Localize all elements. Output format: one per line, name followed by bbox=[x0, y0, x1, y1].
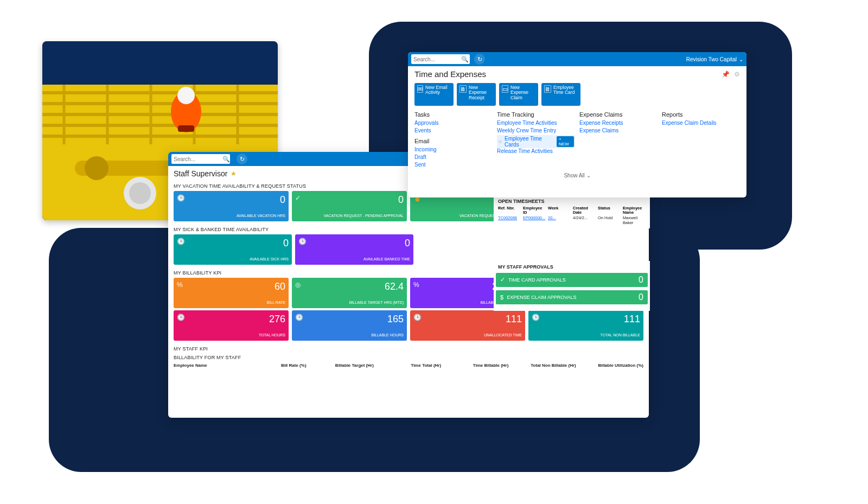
reports-column: Reports Expense Claim Details bbox=[662, 111, 740, 169]
tile-total-hours[interactable]: 🕒276TOTAL HOURS bbox=[174, 310, 289, 341]
dash-right-column: OPEN TIMESHEETS Ref. Nbr.Employee IDWeek… bbox=[494, 195, 650, 311]
tile-unallocated[interactable]: 🕒111UNALLOCATED TIME bbox=[410, 310, 525, 341]
col-header: Reports bbox=[662, 111, 740, 118]
gear-icon[interactable]: ⚙ bbox=[734, 71, 740, 78]
approval-expense[interactable]: $ EXPENSE CLAIM APPROVALS 0 bbox=[496, 290, 648, 304]
refresh-icon[interactable]: ↻ bbox=[237, 154, 247, 164]
dollar-icon: $ bbox=[500, 294, 503, 301]
col-header: Expense Claims bbox=[579, 111, 658, 118]
file-icon: 🗎 bbox=[459, 85, 467, 93]
tile-bill-rate[interactable]: %60BILL RATE bbox=[174, 278, 289, 308]
open-timesheets: OPEN TIMESHEETS Ref. Nbr.Employee IDWeek… bbox=[494, 195, 650, 228]
tile-billable-target[interactable]: ◎62.4BILLABLE TARGET HRS (MTD) bbox=[292, 278, 407, 308]
tasks-column: Tasks Approvals Events Email Incoming Dr… bbox=[414, 111, 493, 169]
percent-icon: % bbox=[413, 281, 419, 289]
target-icon: ◎ bbox=[295, 281, 301, 289]
file-icon: 🗎 bbox=[544, 85, 551, 93]
tile-available-vacation[interactable]: 🕒0AVAILABLE VACATION HRS bbox=[174, 191, 289, 221]
link-release-time[interactable]: Release Time Activities bbox=[497, 148, 575, 154]
section-staff-kpi: MY STAFF KPI bbox=[168, 343, 649, 354]
clock-icon: 🕒 bbox=[295, 314, 303, 321]
tile-banked-time[interactable]: 🕒0AVAILABLE BANKED TIME bbox=[295, 234, 413, 265]
dash-b-topbar: 🔍 ↻ Revision Two Capital ⌄ bbox=[408, 52, 746, 66]
company-selector[interactable]: Revision Two Capital ⌄ bbox=[686, 56, 743, 62]
clock-icon: 🕒 bbox=[298, 238, 307, 245]
ts-row[interactable]: TC002088 EP000000... 20... 4/24/2... On … bbox=[498, 215, 646, 225]
mail-icon: ✉ bbox=[417, 85, 423, 93]
clock-icon: 🕒 bbox=[177, 238, 185, 245]
link-incoming[interactable]: Incoming bbox=[414, 146, 493, 152]
ref-link[interactable]: TC002088 bbox=[498, 215, 517, 220]
col-header-email: Email bbox=[414, 138, 493, 144]
link-emp-time-cards[interactable]: Employee Time Cards bbox=[505, 136, 554, 148]
clock-icon: 🕒 bbox=[177, 194, 185, 202]
link-weekly-crew[interactable]: Weekly Crew Time Entry bbox=[497, 127, 575, 133]
star-icon[interactable]: ★ bbox=[231, 170, 237, 177]
star-icon[interactable]: ☆ bbox=[498, 139, 502, 144]
pin-icon[interactable]: 📌 bbox=[722, 71, 730, 78]
new-expense-receipt-button[interactable]: 🗎New Expense Receipt bbox=[457, 83, 496, 106]
staff-approvals: MY STAFF APPROVALS ✓ TIME CARD APRROVALS… bbox=[494, 261, 650, 311]
svg-point-13 bbox=[85, 156, 108, 180]
new-badge[interactable]: + NEW bbox=[557, 136, 574, 147]
ts-header: Ref. Nbr.Employee IDWeekCreated DateStat… bbox=[498, 206, 646, 215]
link-emp-time-cards-row: ☆ Employee Time Cards + NEW bbox=[497, 135, 575, 148]
chevron-down-icon: ⌄ bbox=[739, 56, 743, 62]
new-email-activity-button[interactable]: ✉New Email Activity bbox=[414, 83, 454, 106]
page-title: Staff Supervisor bbox=[174, 169, 227, 178]
link-draft[interactable]: Draft bbox=[414, 154, 493, 160]
open-ts-title: OPEN TIMESHEETS bbox=[498, 199, 646, 204]
clock-icon: 🕒 bbox=[177, 314, 185, 321]
svg-rect-19 bbox=[178, 125, 194, 132]
link-approvals[interactable]: Approvals bbox=[414, 120, 493, 126]
link-emp-time-activities[interactable]: Employee Time Activities bbox=[497, 120, 575, 126]
link-expense-receipts[interactable]: Expense Receipts bbox=[579, 120, 658, 126]
col-header: Tasks bbox=[414, 111, 493, 118]
staff-table-header: Employee Name Bill Rate (%) Billable Tar… bbox=[168, 362, 649, 369]
search-input[interactable] bbox=[171, 154, 230, 164]
tile-billable-hours[interactable]: 🕒165BILLABLE HOURS bbox=[292, 310, 407, 341]
chevron-down-icon: ⌄ bbox=[586, 173, 591, 178]
time-tracking-column: Time Tracking Employee Time Activities W… bbox=[497, 111, 575, 169]
employee-time-card-button[interactable]: 🗎Employee Time Card bbox=[541, 83, 580, 106]
svg-point-16 bbox=[129, 182, 151, 204]
link-expense-claim-details[interactable]: Expense Claim Details bbox=[662, 120, 740, 126]
search-icon[interactable]: 🔍 bbox=[461, 56, 469, 63]
percent-icon: % bbox=[177, 281, 183, 289]
page-title: Time and Expenses bbox=[414, 69, 717, 79]
emp-link[interactable]: EP000000... bbox=[523, 215, 545, 220]
action-buttons: ✉New Email Activity 🗎New Expense Receipt… bbox=[408, 83, 746, 111]
refresh-icon[interactable]: ↻ bbox=[474, 54, 485, 65]
time-expenses-panel: 🔍 ↻ Revision Two Capital ⌄ Time and Expe… bbox=[408, 52, 746, 197]
col-header: Time Tracking bbox=[497, 111, 575, 118]
link-sent[interactable]: Sent bbox=[414, 162, 493, 168]
expense-claims-column: Expense Claims Expense Receipts Expense … bbox=[579, 111, 658, 169]
week-link[interactable]: 20... bbox=[548, 215, 556, 220]
check-icon: ✓ bbox=[295, 194, 301, 202]
tile-vacation-pending[interactable]: ✓0VACATION REQUEST - PENDING APPROVAL bbox=[292, 191, 407, 221]
svg-point-18 bbox=[177, 87, 195, 104]
new-expense-claim-button[interactable]: ▭New Expense Claim bbox=[499, 83, 538, 106]
clock-icon: 🕒 bbox=[532, 314, 540, 321]
tile-non-billable[interactable]: 🕒111TOTAL NON BILLABLE bbox=[528, 310, 643, 341]
section-bill-staff: BILLABILITY FOR MY STAFF bbox=[168, 354, 649, 362]
approvals-title: MY STAFF APPROVALS bbox=[498, 264, 650, 270]
check-icon: ✓ bbox=[500, 276, 505, 283]
link-expense-claims[interactable]: Expense Claims bbox=[579, 127, 658, 133]
show-all-button[interactable]: Show All ⌄ bbox=[408, 169, 746, 182]
tile-sick-hrs[interactable]: 🕒0AVAILABLE SICK HRS bbox=[174, 234, 292, 265]
link-events[interactable]: Events bbox=[414, 127, 493, 133]
card-icon: ▭ bbox=[502, 85, 508, 93]
clock-icon: 🕒 bbox=[413, 314, 422, 321]
approval-timecard[interactable]: ✓ TIME CARD APRROVALS 0 bbox=[496, 273, 648, 287]
search-icon[interactable]: 🔍 bbox=[222, 156, 230, 163]
